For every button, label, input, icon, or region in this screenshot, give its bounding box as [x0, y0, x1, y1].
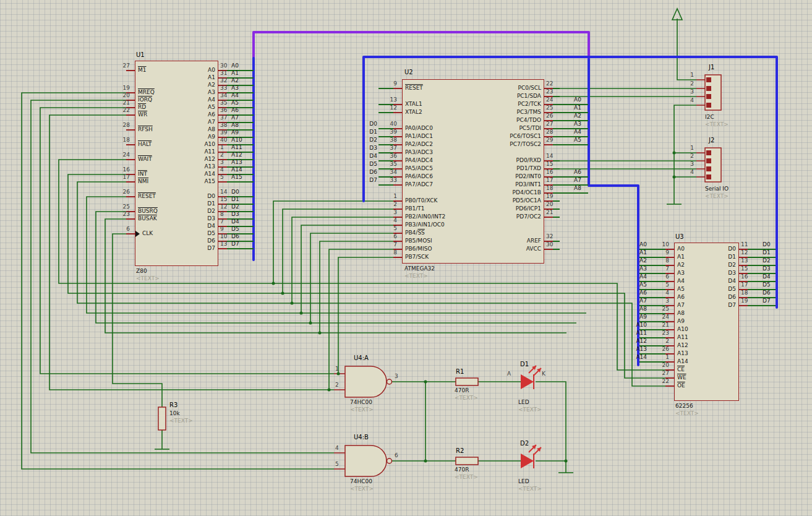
resistor-r3-body[interactable] [158, 407, 166, 430]
vcc-power-symbol[interactable] [672, 9, 682, 20]
wire[interactable] [378, 112, 393, 113]
gate-u4a-body[interactable] [334, 366, 392, 397]
u2-pin-number: 24 [546, 97, 553, 103]
u2-pin-stub[interactable] [393, 88, 402, 89]
wire[interactable] [553, 217, 560, 218]
wire[interactable] [553, 168, 560, 170]
wire[interactable] [553, 192, 588, 194]
u1-pin-stub[interactable] [126, 218, 135, 220]
u1-pin-stub[interactable] [126, 196, 135, 197]
wire[interactable] [748, 257, 776, 258]
wire[interactable] [553, 112, 588, 113]
u2-pin-name: PA7/ADC7 [405, 182, 433, 187]
wire[interactable] [553, 96, 560, 97]
u3-pin-stub[interactable] [665, 385, 674, 387]
u2-pin-number: 17 [546, 178, 553, 183]
u3-pin-name: A13 [677, 351, 688, 356]
net-label: D0 [763, 242, 771, 247]
wire[interactable] [553, 160, 560, 161]
u2-pin-stub[interactable] [544, 217, 553, 218]
net-label: D3 [361, 145, 377, 151]
wire[interactable] [227, 248, 254, 249]
wire[interactable] [553, 128, 588, 129]
u1-pin-stub[interactable] [126, 233, 135, 234]
wire[interactable] [378, 88, 393, 89]
wire[interactable] [227, 181, 254, 183]
u2-pin-name: PA1/ADC1 [405, 134, 433, 139]
resistor-r1-body[interactable] [456, 378, 478, 385]
wire[interactable] [748, 281, 776, 282]
wire[interactable] [378, 184, 393, 186]
net-label: A1 [631, 250, 647, 256]
u1-pin-number: 37 [220, 115, 227, 121]
net-label: A12 [231, 152, 242, 158]
u1-pin-stub[interactable] [218, 181, 227, 183]
wire[interactable] [553, 209, 560, 210]
u2-pin-number: 4 [381, 218, 397, 223]
wire[interactable] [748, 265, 776, 266]
u1-pin-stub[interactable] [126, 70, 135, 71]
j1-ref: J1 [709, 64, 714, 71]
wire[interactable] [553, 120, 588, 121]
wire[interactable] [748, 273, 776, 274]
u3-pin-number: 20 [653, 363, 669, 368]
u3-pin-number: 24 [653, 314, 669, 320]
wire[interactable] [553, 184, 588, 186]
u3-pin-name: A2 [677, 262, 685, 268]
u2-pin-number: 34 [381, 170, 397, 175]
u1-pin-name: A15 [172, 179, 215, 184]
u2-pin-number: 15 [546, 161, 553, 167]
wire[interactable] [553, 136, 588, 137]
net-label: A4 [631, 274, 647, 280]
wire[interactable] [553, 200, 560, 202]
u1-pin-number: 30 [220, 63, 227, 69]
wire[interactable] [748, 305, 776, 306]
led-d2-symbol[interactable] [521, 445, 541, 468]
j2-pin2-number: 2 [680, 153, 694, 159]
connector-j2-body[interactable] [696, 148, 721, 182]
net-label: A14 [631, 355, 647, 360]
net-label: A8 [231, 123, 239, 128]
wire[interactable] [748, 289, 776, 290]
wire[interactable] [553, 88, 560, 89]
net-label: A10 [631, 322, 647, 328]
u1-pin-number: 12 [220, 204, 227, 210]
resistor-r2-body[interactable] [456, 457, 478, 465]
wire[interactable] [553, 249, 560, 250]
u2-pin-stub[interactable] [393, 257, 402, 258]
net-label: A11 [231, 145, 242, 150]
u1-pin-number: 10 [220, 234, 227, 239]
wire[interactable] [748, 249, 776, 250]
u3-pin-stub[interactable] [739, 305, 748, 306]
u1-pin-stub[interactable] [126, 181, 135, 183]
u2-pin-stub[interactable] [393, 112, 402, 113]
wire[interactable] [553, 241, 560, 242]
u1-pin-number: 23 [114, 212, 130, 217]
wire[interactable] [553, 144, 588, 145]
net-label: D6 [231, 234, 239, 239]
connector-j1-body[interactable] [696, 75, 721, 110]
u1-pin-stub[interactable] [126, 114, 135, 116]
u1-pin-number: 33 [220, 85, 227, 91]
wire[interactable] [553, 176, 588, 178]
net-label: A5 [231, 100, 239, 106]
u1-pin-stub[interactable] [126, 129, 135, 131]
u2-pin-name: PD7/OC2 [498, 214, 541, 220]
u2-pin-stub[interactable] [393, 184, 402, 186]
wire[interactable] [748, 297, 776, 298]
u1-pin-number: 7 [220, 219, 224, 225]
wire[interactable] [553, 104, 588, 105]
u3-pin-number: 27 [653, 371, 669, 376]
u2-pin-stub[interactable] [544, 144, 553, 145]
u1-pin-stub[interactable] [126, 159, 135, 160]
net-label: A8 [574, 186, 581, 191]
u1-pin-number: 26 [114, 189, 130, 195]
led-d1-symbol[interactable] [521, 366, 541, 389]
u2-pin-number: 5 [381, 226, 397, 231]
u1-pin-stub[interactable] [126, 144, 135, 145]
u1-pin-number: 2 [220, 152, 224, 158]
u3-pin-name: D6 [693, 295, 736, 300]
u1-pin-stub[interactable] [218, 248, 227, 249]
gate-u4b-body[interactable] [334, 445, 392, 476]
u2-pin-stub[interactable] [544, 249, 553, 250]
